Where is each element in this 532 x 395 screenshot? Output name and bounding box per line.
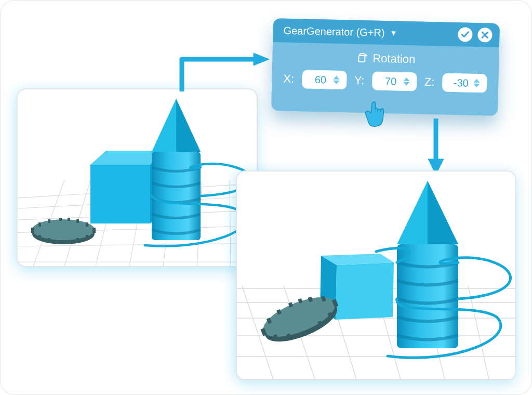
svg-rect-12	[68, 218, 70, 221]
z-label: Z:	[424, 75, 435, 89]
stepper-icon[interactable]	[473, 74, 487, 93]
helix-tower-object	[145, 99, 251, 246]
svg-rect-6	[92, 228, 96, 233]
x-value[interactable]	[308, 73, 334, 86]
x-label: X:	[283, 72, 294, 86]
svg-rect-21	[358, 56, 365, 62]
svg-rect-17	[152, 152, 201, 240]
panel-body: Rotation X: Y: Z:	[272, 42, 499, 93]
svg-rect-7	[38, 222, 41, 227]
svg-point-4	[32, 219, 95, 240]
svg-rect-16	[76, 238, 79, 242]
svg-rect-11	[59, 218, 62, 221]
scene-before	[17, 88, 258, 267]
confirm-button[interactable]	[458, 27, 473, 42]
rotation-icon	[356, 52, 367, 64]
gear-object	[31, 218, 96, 244]
svg-marker-19	[176, 99, 201, 152]
panel-title: GearGenerator (G+R)	[283, 24, 385, 38]
svg-rect-13	[38, 235, 41, 239]
x-input[interactable]	[302, 70, 347, 89]
arrow-to-result-icon	[425, 118, 447, 175]
section-label: Rotation	[373, 51, 416, 66]
svg-rect-14	[86, 235, 88, 239]
svg-rect-10	[76, 219, 79, 223]
rotation-section: Rotation	[284, 50, 487, 68]
illustration-canvas: GearGenerator (G+R) ▼ Rotation	[0, 0, 532, 395]
chevron-down-icon[interactable]: ▼	[390, 29, 397, 37]
cursor-hand-icon	[358, 98, 389, 129]
svg-marker-20	[254, 53, 269, 65]
scene-after	[236, 170, 516, 380]
z-value[interactable]	[448, 76, 474, 89]
svg-rect-15	[48, 238, 50, 242]
stepper-icon[interactable]	[333, 71, 347, 90]
svg-marker-0	[90, 165, 150, 223]
arrow-to-panel-icon	[166, 50, 270, 97]
y-input[interactable]	[372, 71, 417, 91]
svg-rect-8	[86, 222, 88, 227]
z-input[interactable]	[442, 73, 487, 93]
helix-tower-object	[376, 181, 511, 358]
svg-marker-44	[428, 181, 458, 244]
svg-rect-9	[48, 219, 50, 223]
close-button[interactable]	[477, 28, 493, 43]
stepper-icon[interactable]	[403, 72, 417, 91]
y-label: Y:	[354, 74, 365, 87]
y-value[interactable]	[378, 74, 404, 88]
svg-rect-5	[31, 228, 34, 233]
